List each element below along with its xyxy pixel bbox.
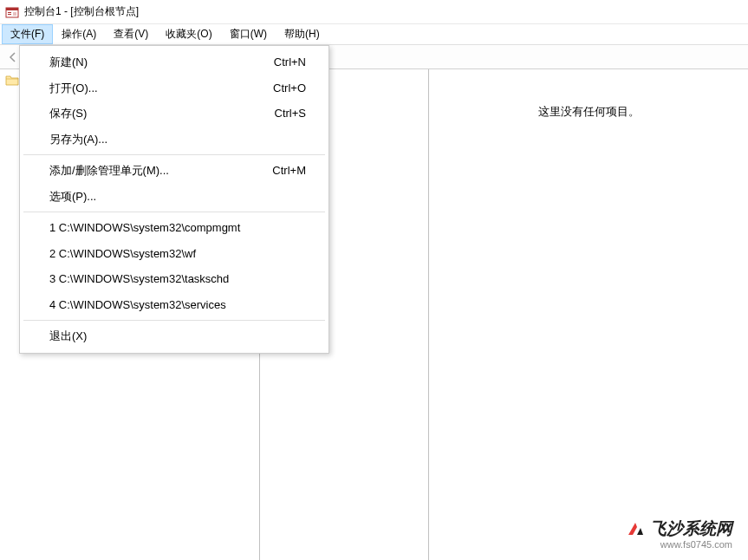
svg-rect-4 — [13, 12, 16, 16]
menu-recent-1-label: 1 C:\WINDOWS\system32\compmgmt — [49, 219, 240, 237]
watermark-name: 飞沙系统网 — [650, 518, 732, 540]
menu-action[interactable]: 操作(A) — [53, 24, 105, 44]
menu-open-label: 打开(O)... — [49, 80, 98, 97]
watermark: 飞沙系统网 www.fs0745.com — [626, 518, 732, 550]
menu-new[interactable]: 新建(N) Ctrl+N — [22, 49, 327, 75]
menu-recent-4[interactable]: 4 C:\WINDOWS\system32\services — [22, 292, 327, 318]
menu-window[interactable]: 窗口(W) — [221, 24, 276, 44]
menu-options-label: 选项(P)... — [49, 188, 96, 205]
menu-save-label: 保存(S) — [49, 105, 87, 122]
menu-view[interactable]: 查看(V) — [105, 24, 157, 44]
folder-icon — [5, 75, 19, 87]
menu-exit[interactable]: 退出(X) — [22, 323, 327, 349]
menu-recent-3-label: 3 C:\WINDOWS\system32\taskschd — [49, 270, 229, 288]
menu-file[interactable]: 文件(F) — [2, 24, 53, 44]
menu-favorites[interactable]: 收藏夹(O) — [157, 24, 220, 44]
menu-save-shortcut: Ctrl+S — [275, 105, 306, 122]
svg-rect-1 — [6, 8, 18, 10]
menu-help[interactable]: 帮助(H) — [276, 24, 328, 44]
menu-addremove-label: 添加/删除管理单元(M)... — [49, 162, 169, 179]
menubar: 文件(F) 操作(A) 查看(V) 收藏夹(O) 窗口(W) 帮助(H) — [0, 24, 748, 45]
file-menu-dropdown: 新建(N) Ctrl+N 打开(O)... Ctrl+O 保存(S) Ctrl+… — [19, 45, 329, 354]
menu-options[interactable]: 选项(P)... — [22, 184, 327, 210]
svg-rect-3 — [8, 14, 11, 15]
menu-recent-1[interactable]: 1 C:\WINDOWS\system32\compmgmt — [22, 215, 327, 241]
menu-separator — [23, 154, 325, 155]
menu-recent-2[interactable]: 2 C:\WINDOWS\system32\wf — [22, 241, 327, 267]
menu-recent-2-label: 2 C:\WINDOWS\system32\wf — [49, 245, 196, 263]
menu-saveas-label: 另存为(A)... — [49, 131, 107, 148]
titlebar: 控制台1 - [控制台根节点] — [0, 0, 748, 24]
menu-save[interactable]: 保存(S) Ctrl+S — [22, 101, 327, 127]
menu-new-shortcut: Ctrl+N — [274, 54, 306, 71]
menu-saveas[interactable]: 另存为(A)... — [22, 127, 327, 153]
menu-open[interactable]: 打开(O)... Ctrl+O — [22, 75, 327, 101]
menu-separator — [23, 212, 325, 212]
svg-rect-2 — [8, 12, 11, 13]
menu-recent-4-label: 4 C:\WINDOWS\system32\services — [49, 296, 226, 314]
right-pane: 这里没有任何项目。 — [429, 69, 748, 560]
window-title: 控制台1 - [控制台根节点] — [24, 4, 139, 19]
menu-exit-label: 退出(X) — [49, 328, 87, 345]
menu-new-label: 新建(N) — [49, 54, 88, 71]
menu-open-shortcut: Ctrl+O — [273, 80, 306, 97]
menu-addremove-shortcut: Ctrl+M — [272, 162, 306, 179]
watermark-logo-icon — [626, 519, 645, 538]
watermark-url: www.fs0745.com — [660, 539, 732, 550]
empty-message: 这里没有任何项目。 — [429, 104, 748, 120]
menu-separator — [23, 320, 325, 321]
menu-recent-3[interactable]: 3 C:\WINDOWS\system32\taskschd — [22, 266, 327, 292]
app-icon — [5, 5, 19, 19]
menu-addremove-snapin[interactable]: 添加/删除管理单元(M)... Ctrl+M — [22, 158, 327, 184]
